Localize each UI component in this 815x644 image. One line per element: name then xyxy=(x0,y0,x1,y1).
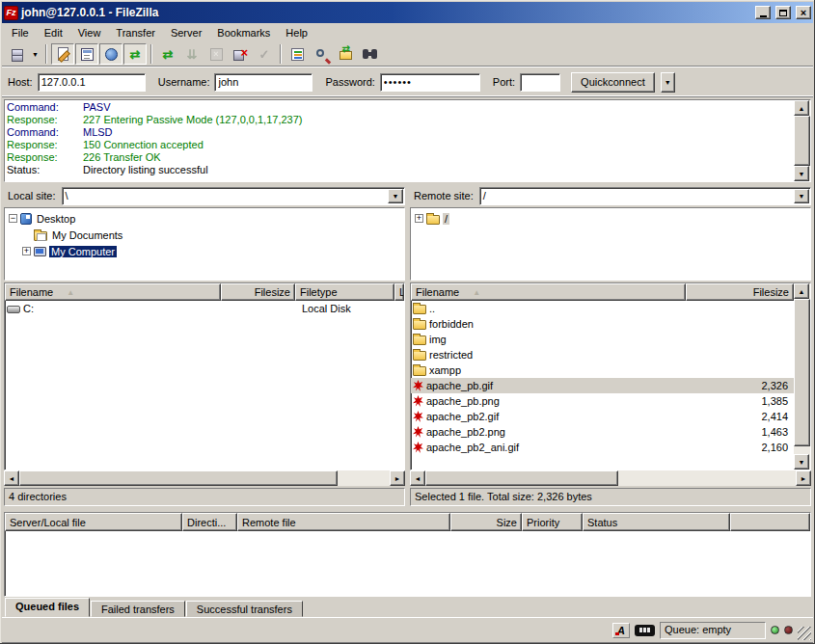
scroll-right-button[interactable]: ► xyxy=(390,470,405,486)
scroll-down-button[interactable]: ▼ xyxy=(794,166,809,181)
folder-icon xyxy=(426,215,440,225)
filter-button[interactable] xyxy=(285,43,309,65)
scroll-track[interactable] xyxy=(19,470,390,486)
site-manager-button[interactable] xyxy=(5,43,28,65)
host-input[interactable] xyxy=(38,73,146,92)
log-scrollbar[interactable]: ▲ ▼ xyxy=(794,100,810,181)
process-queue-button[interactable]: ⇊ xyxy=(180,43,204,65)
scroll-right-button[interactable]: ► xyxy=(796,470,811,486)
menu-bookmarks[interactable]: Bookmarks xyxy=(209,25,278,40)
scroll-up-button[interactable]: ▲ xyxy=(794,283,809,299)
collapse-icon[interactable]: − xyxy=(9,214,17,223)
site-manager-dropdown[interactable]: ▼ xyxy=(29,43,41,65)
scroll-thumb[interactable] xyxy=(794,299,810,446)
toggle-local-tree-button[interactable] xyxy=(75,43,98,65)
scroll-left-button[interactable]: ◄ xyxy=(4,470,19,486)
menu-edit[interactable]: Edit xyxy=(37,25,70,40)
column-header-priority[interactable]: Priority xyxy=(522,513,583,531)
expand-icon[interactable]: + xyxy=(415,214,423,223)
minimize-icon xyxy=(760,15,767,17)
scroll-thumb[interactable] xyxy=(19,470,338,486)
maximize-button[interactable] xyxy=(775,6,791,19)
menu-help[interactable]: Help xyxy=(278,25,315,40)
transfer-type-indicator[interactable]: A xyxy=(612,623,630,638)
column-header-server-local-file[interactable]: Server/Local file xyxy=(5,513,182,531)
local-horizontal-scrollbar[interactable]: ◄ ► xyxy=(4,470,405,486)
scroll-down-button[interactable]: ▼ xyxy=(794,454,809,470)
scroll-up-button[interactable]: ▲ xyxy=(794,100,809,116)
local-site-bar: Local site: \ ▼ xyxy=(4,186,405,205)
tree-item-desktop[interactable]: − Desktop xyxy=(9,210,404,227)
remote-file-row[interactable]: .. xyxy=(411,301,794,316)
remote-file-row[interactable]: apache_pb2.png1,463 xyxy=(411,424,794,440)
local-file-row[interactable]: C: Local Disk xyxy=(5,301,404,316)
refresh-button[interactable]: ⇄ xyxy=(156,43,179,65)
remote-site-label: Remote site: xyxy=(410,190,475,201)
status-bar: A Queue: empty xyxy=(2,617,813,642)
remote-site-bar: Remote site: / ▼ xyxy=(410,186,811,205)
scroll-track[interactable] xyxy=(425,470,796,486)
scroll-thumb[interactable] xyxy=(794,116,810,166)
resize-grip[interactable] xyxy=(798,627,811,640)
tab-successful-transfers[interactable]: Successful transfers xyxy=(186,601,303,617)
file-search-button[interactable] xyxy=(310,43,333,65)
column-header-filename[interactable]: Filename▲ xyxy=(411,283,686,301)
password-input[interactable] xyxy=(380,73,480,92)
image-file-icon xyxy=(413,426,423,438)
remote-file-row[interactable]: restricted xyxy=(411,347,794,362)
port-input[interactable] xyxy=(520,73,560,92)
column-header-filesize[interactable]: Filesize xyxy=(686,283,794,301)
menu-view[interactable]: View xyxy=(70,25,109,40)
synchronized-browsing-button[interactable] xyxy=(334,43,357,65)
indicator-badge-icon[interactable] xyxy=(635,625,655,636)
tree-item-my-computer[interactable]: + My Computer xyxy=(9,243,404,259)
remote-file-row[interactable]: apache_pb.png1,385 xyxy=(411,393,794,409)
local-site-combobox[interactable]: \ ▼ xyxy=(62,187,405,205)
quickconnect-dropdown[interactable]: ▼ xyxy=(661,72,675,93)
cancel-button[interactable]: × xyxy=(204,43,228,65)
toggle-transfer-queue-button[interactable]: ⇄ xyxy=(123,43,147,65)
toggle-remote-tree-button[interactable] xyxy=(99,43,122,65)
local-tree-icon xyxy=(81,48,94,61)
quickconnect-button[interactable]: Quickconnect xyxy=(571,72,655,93)
scroll-track[interactable] xyxy=(794,116,810,166)
minimize-button[interactable] xyxy=(755,6,771,19)
remote-site-dropdown[interactable]: ▼ xyxy=(794,189,809,203)
scroll-left-button[interactable]: ◄ xyxy=(410,470,425,486)
column-header-size[interactable]: Size xyxy=(450,513,522,531)
reconnect-button[interactable]: ✓ xyxy=(253,43,276,65)
scroll-thumb[interactable] xyxy=(425,470,618,486)
tree-item-my-documents[interactable]: My Documents xyxy=(9,227,404,243)
expand-icon[interactable]: + xyxy=(22,247,31,255)
remote-file-row[interactable]: apache_pb2_ani.gif2,160 xyxy=(411,440,794,455)
remote-file-row[interactable]: img xyxy=(411,332,794,347)
remote-site-combobox[interactable]: / ▼ xyxy=(479,187,811,205)
close-button[interactable]: × xyxy=(796,6,811,19)
toggle-message-log-button[interactable] xyxy=(51,43,74,65)
column-header-direction[interactable]: Directi... xyxy=(182,513,237,531)
directory-comparison-button[interactable] xyxy=(358,43,381,65)
remote-vertical-scrollbar[interactable]: ▲ ▼ xyxy=(794,283,810,470)
username-input[interactable] xyxy=(214,73,312,92)
column-header-lastmodified-truncated[interactable]: L xyxy=(394,283,404,301)
tab-failed-transfers[interactable]: Failed transfers xyxy=(91,601,185,617)
column-header-filetype[interactable]: Filetype xyxy=(295,283,394,301)
menu-transfer[interactable]: Transfer xyxy=(108,25,163,40)
remote-file-row-selected[interactable]: apache_pb.gif2,326 xyxy=(411,378,794,393)
column-header-status[interactable]: Status xyxy=(583,513,730,531)
column-header-filesize[interactable]: Filesize xyxy=(221,283,295,301)
column-header-filename[interactable]: Filename▲ xyxy=(5,283,221,301)
remote-file-row[interactable]: xampp xyxy=(411,362,794,378)
menu-server[interactable]: Server xyxy=(163,25,209,40)
remote-horizontal-scrollbar[interactable]: ◄ ► xyxy=(410,470,811,486)
remote-file-row[interactable]: apache_pb2.gif2,414 xyxy=(411,409,794,424)
tab-queued-files[interactable]: Queued files xyxy=(5,598,90,617)
disconnect-button[interactable] xyxy=(229,43,252,65)
menu-file[interactable]: File xyxy=(4,25,37,40)
local-site-dropdown[interactable]: ▼ xyxy=(388,189,403,203)
tree-item-root[interactable]: + / xyxy=(415,210,810,227)
refresh-icon: ⇄ xyxy=(163,48,174,61)
scroll-track[interactable] xyxy=(794,299,810,454)
remote-file-row[interactable]: forbidden xyxy=(411,316,794,332)
column-header-remote-file[interactable]: Remote file xyxy=(237,513,450,531)
